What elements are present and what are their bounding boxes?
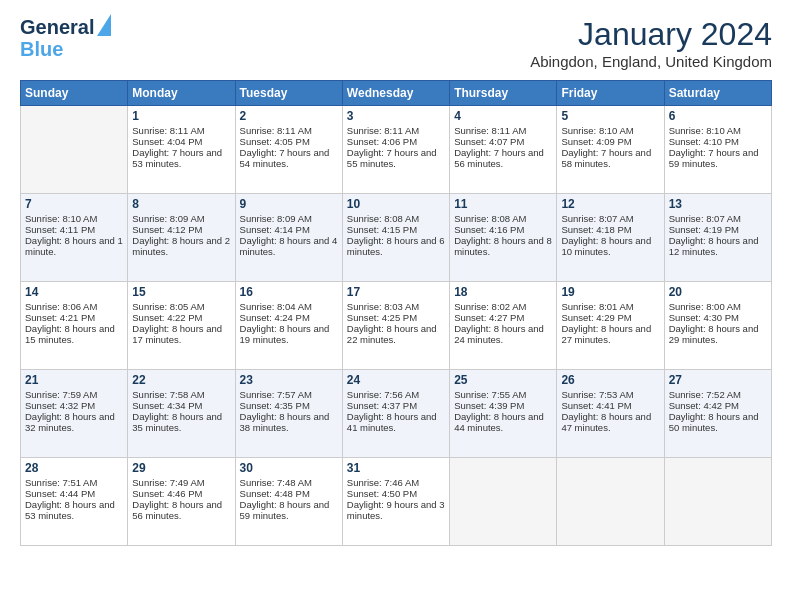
sunset-text: Sunset: 4:39 PM	[454, 400, 552, 411]
day-number: 19	[561, 285, 659, 299]
week-row-5: 28Sunrise: 7:51 AMSunset: 4:44 PMDayligh…	[21, 458, 772, 546]
daylight-text: Daylight: 8 hours and 35 minutes.	[132, 411, 230, 433]
day-number: 8	[132, 197, 230, 211]
day-number: 22	[132, 373, 230, 387]
table-cell: 26Sunrise: 7:53 AMSunset: 4:41 PMDayligh…	[557, 370, 664, 458]
sunrise-text: Sunrise: 7:59 AM	[25, 389, 123, 400]
sunrise-text: Sunrise: 8:08 AM	[347, 213, 445, 224]
table-cell: 18Sunrise: 8:02 AMSunset: 4:27 PMDayligh…	[450, 282, 557, 370]
week-row-2: 7Sunrise: 8:10 AMSunset: 4:11 PMDaylight…	[21, 194, 772, 282]
sunrise-text: Sunrise: 8:08 AM	[454, 213, 552, 224]
sunrise-text: Sunrise: 8:11 AM	[347, 125, 445, 136]
sunset-text: Sunset: 4:15 PM	[347, 224, 445, 235]
day-number: 3	[347, 109, 445, 123]
sunset-text: Sunset: 4:14 PM	[240, 224, 338, 235]
day-number: 17	[347, 285, 445, 299]
col-friday: Friday	[557, 81, 664, 106]
sunrise-text: Sunrise: 7:56 AM	[347, 389, 445, 400]
col-monday: Monday	[128, 81, 235, 106]
table-cell: 6Sunrise: 8:10 AMSunset: 4:10 PMDaylight…	[664, 106, 771, 194]
day-number: 30	[240, 461, 338, 475]
daylight-text: Daylight: 8 hours and 44 minutes.	[454, 411, 552, 433]
table-cell: 1Sunrise: 8:11 AMSunset: 4:04 PMDaylight…	[128, 106, 235, 194]
sunrise-text: Sunrise: 7:57 AM	[240, 389, 338, 400]
table-cell: 25Sunrise: 7:55 AMSunset: 4:39 PMDayligh…	[450, 370, 557, 458]
sunset-text: Sunset: 4:12 PM	[132, 224, 230, 235]
day-number: 1	[132, 109, 230, 123]
sunrise-text: Sunrise: 8:07 AM	[669, 213, 767, 224]
table-cell: 3Sunrise: 8:11 AMSunset: 4:06 PMDaylight…	[342, 106, 449, 194]
sunrise-text: Sunrise: 8:11 AM	[454, 125, 552, 136]
sunrise-text: Sunrise: 8:11 AM	[240, 125, 338, 136]
daylight-text: Daylight: 7 hours and 59 minutes.	[669, 147, 767, 169]
day-number: 29	[132, 461, 230, 475]
day-number: 23	[240, 373, 338, 387]
sunset-text: Sunset: 4:27 PM	[454, 312, 552, 323]
logo: General Blue	[20, 16, 111, 60]
sunrise-text: Sunrise: 8:11 AM	[132, 125, 230, 136]
sunset-text: Sunset: 4:10 PM	[669, 136, 767, 147]
table-cell: 4Sunrise: 8:11 AMSunset: 4:07 PMDaylight…	[450, 106, 557, 194]
week-row-4: 21Sunrise: 7:59 AMSunset: 4:32 PMDayligh…	[21, 370, 772, 458]
sunrise-text: Sunrise: 8:01 AM	[561, 301, 659, 312]
table-cell: 7Sunrise: 8:10 AMSunset: 4:11 PMDaylight…	[21, 194, 128, 282]
month-title: January 2024	[530, 16, 772, 53]
sunset-text: Sunset: 4:34 PM	[132, 400, 230, 411]
daylight-text: Daylight: 8 hours and 24 minutes.	[454, 323, 552, 345]
sunset-text: Sunset: 4:50 PM	[347, 488, 445, 499]
table-cell: 12Sunrise: 8:07 AMSunset: 4:18 PMDayligh…	[557, 194, 664, 282]
col-sunday: Sunday	[21, 81, 128, 106]
sunset-text: Sunset: 4:41 PM	[561, 400, 659, 411]
table-cell: 21Sunrise: 7:59 AMSunset: 4:32 PMDayligh…	[21, 370, 128, 458]
table-cell: 31Sunrise: 7:46 AMSunset: 4:50 PMDayligh…	[342, 458, 449, 546]
daylight-text: Daylight: 8 hours and 32 minutes.	[25, 411, 123, 433]
sunset-text: Sunset: 4:05 PM	[240, 136, 338, 147]
table-cell: 29Sunrise: 7:49 AMSunset: 4:46 PMDayligh…	[128, 458, 235, 546]
daylight-text: Daylight: 8 hours and 50 minutes.	[669, 411, 767, 433]
daylight-text: Daylight: 8 hours and 59 minutes.	[240, 499, 338, 521]
daylight-text: Daylight: 8 hours and 2 minutes.	[132, 235, 230, 257]
day-number: 12	[561, 197, 659, 211]
day-number: 15	[132, 285, 230, 299]
table-cell: 16Sunrise: 8:04 AMSunset: 4:24 PMDayligh…	[235, 282, 342, 370]
table-cell	[557, 458, 664, 546]
table-cell: 13Sunrise: 8:07 AMSunset: 4:19 PMDayligh…	[664, 194, 771, 282]
day-number: 9	[240, 197, 338, 211]
day-number: 16	[240, 285, 338, 299]
sunset-text: Sunset: 4:09 PM	[561, 136, 659, 147]
sunset-text: Sunset: 4:48 PM	[240, 488, 338, 499]
day-number: 21	[25, 373, 123, 387]
sunrise-text: Sunrise: 8:03 AM	[347, 301, 445, 312]
daylight-text: Daylight: 8 hours and 8 minutes.	[454, 235, 552, 257]
table-cell	[21, 106, 128, 194]
table-cell: 2Sunrise: 8:11 AMSunset: 4:05 PMDaylight…	[235, 106, 342, 194]
daylight-text: Daylight: 8 hours and 12 minutes.	[669, 235, 767, 257]
sunset-text: Sunset: 4:35 PM	[240, 400, 338, 411]
sunrise-text: Sunrise: 8:02 AM	[454, 301, 552, 312]
calendar: Sunday Monday Tuesday Wednesday Thursday…	[20, 80, 772, 546]
sunset-text: Sunset: 4:30 PM	[669, 312, 767, 323]
daylight-text: Daylight: 8 hours and 29 minutes.	[669, 323, 767, 345]
sunset-text: Sunset: 4:25 PM	[347, 312, 445, 323]
table-cell: 19Sunrise: 8:01 AMSunset: 4:29 PMDayligh…	[557, 282, 664, 370]
logo-text: General	[20, 16, 94, 38]
logo-blue-text: Blue	[20, 38, 111, 60]
logo-text-block: General Blue	[20, 16, 111, 60]
day-number: 27	[669, 373, 767, 387]
day-number: 28	[25, 461, 123, 475]
page: General Blue January 2024 Abingdon, Engl…	[0, 0, 792, 612]
sunrise-text: Sunrise: 8:07 AM	[561, 213, 659, 224]
day-number: 10	[347, 197, 445, 211]
header: General Blue January 2024 Abingdon, Engl…	[20, 16, 772, 70]
sunset-text: Sunset: 4:11 PM	[25, 224, 123, 235]
day-number: 2	[240, 109, 338, 123]
daylight-text: Daylight: 8 hours and 6 minutes.	[347, 235, 445, 257]
table-cell: 20Sunrise: 8:00 AMSunset: 4:30 PMDayligh…	[664, 282, 771, 370]
week-row-1: 1Sunrise: 8:11 AMSunset: 4:04 PMDaylight…	[21, 106, 772, 194]
daylight-text: Daylight: 8 hours and 1 minute.	[25, 235, 123, 257]
daylight-text: Daylight: 8 hours and 47 minutes.	[561, 411, 659, 433]
sunrise-text: Sunrise: 8:10 AM	[669, 125, 767, 136]
table-cell: 28Sunrise: 7:51 AMSunset: 4:44 PMDayligh…	[21, 458, 128, 546]
logo-triangle-icon	[97, 14, 111, 36]
table-cell: 8Sunrise: 8:09 AMSunset: 4:12 PMDaylight…	[128, 194, 235, 282]
